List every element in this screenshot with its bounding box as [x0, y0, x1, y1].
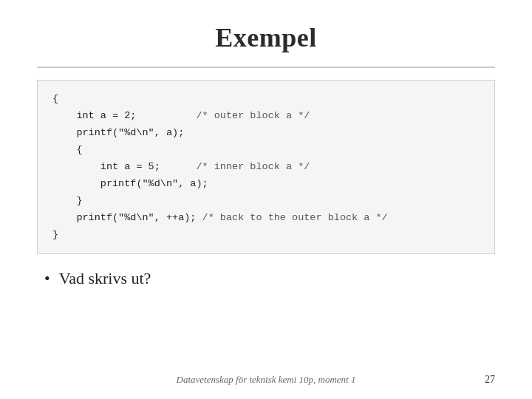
footer: Datavetenskap för teknisk kemi 10p, mome… [37, 374, 495, 386]
code-text-6: printf("%d\n", a); [52, 176, 208, 193]
code-line-3: printf("%d\n", a); [52, 125, 480, 142]
code-comment-5: /* inner block a */ [196, 159, 310, 176]
divider [37, 66, 495, 68]
code-line-8: printf("%d\n", ++a); /* back to the oute… [52, 210, 480, 227]
code-line-4: { [52, 142, 480, 159]
slide: Exempel { int a = 2; /* outer block a */… [0, 0, 532, 399]
bullet-item-1: • Vad skrivs ut? [44, 269, 488, 288]
code-text-5: int a = 5; [52, 159, 196, 176]
code-line-1: { [52, 91, 480, 108]
code-line-7: } [52, 193, 480, 210]
code-comment-2: /* outer block a */ [196, 108, 310, 125]
code-line-5: int a = 5; /* inner block a */ [52, 159, 480, 176]
code-comment-8: /* back to the outer block a */ [202, 210, 388, 227]
bullet-text: Vad skrivs ut? [59, 269, 151, 288]
code-text-7: } [52, 193, 83, 210]
code-text-1: { [52, 91, 58, 108]
code-line-6: printf("%d\n", a); [52, 176, 480, 193]
bullet-dot: • [44, 269, 50, 288]
bullet-section: • Vad skrivs ut? [37, 269, 495, 288]
code-line-9: } [52, 227, 480, 244]
footer-course: Datavetenskap för teknisk kemi 10p, mome… [177, 374, 356, 386]
code-block: { int a = 2; /* outer block a */ printf(… [37, 80, 495, 254]
code-text-4: { [52, 142, 83, 159]
slide-title: Exempel [215, 22, 316, 53]
code-text-8: printf("%d\n", ++a); [52, 210, 202, 227]
footer-page: 27 [485, 374, 495, 386]
code-text-3: printf("%d\n", a); [52, 125, 184, 142]
code-text-9: } [52, 227, 58, 244]
code-text-2: int a = 2; [52, 108, 196, 125]
code-line-2: int a = 2; /* outer block a */ [52, 108, 480, 125]
